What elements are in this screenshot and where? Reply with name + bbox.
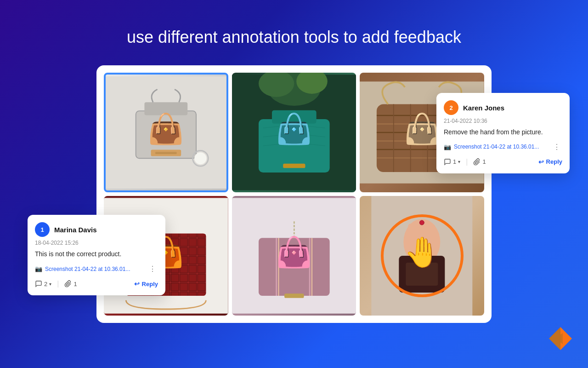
avatar-2: 2 (444, 100, 458, 115)
comment-text-2: Remove the hand from the picture. (444, 128, 562, 137)
comment-card-2: 2 Karen Jones 21-04-2022 10:36 Remove th… (436, 93, 570, 173)
svg-rect-13 (283, 164, 305, 168)
svg-rect-41 (372, 196, 473, 316)
attachments-stat-2[interactable]: 1 (473, 158, 486, 166)
svg-point-6 (194, 152, 206, 164)
canvas-area: 1 Marina Davis 18-04-2022 15:26 This is … (96, 65, 492, 323)
attachment-name-2: Screenshot 21-04-22 at 10.36.01... (454, 144, 548, 150)
replies-stat-2[interactable]: 1 ▾ (444, 158, 460, 166)
date-1: 18-04-2022 15:26 (35, 240, 158, 246)
more-options-btn-2[interactable]: ⋮ (551, 142, 562, 152)
reply-button-2[interactable]: ↩ Reply (538, 158, 562, 166)
more-options-btn-1[interactable]: ⋮ (147, 264, 158, 274)
comment-text-1: This is not the correct product. (35, 250, 158, 259)
page-headline: use different annotation tools to add fe… (127, 28, 461, 47)
logo (547, 325, 574, 354)
svg-rect-45 (423, 222, 429, 240)
svg-rect-40 (284, 293, 304, 298)
date-2: 21-04-2022 10:36 (444, 118, 562, 124)
attachment-name-1: Screenshot 21-04-22 at 10.36.01... (45, 266, 144, 272)
svg-rect-49 (406, 263, 438, 286)
svg-rect-46 (430, 224, 435, 239)
image-teal-bag (232, 73, 356, 192)
camera-icon-2: 📷 (444, 144, 451, 150)
svg-rect-12 (272, 110, 317, 124)
author-2: Karen Jones (463, 104, 504, 112)
attachment-row-2[interactable]: 📷 Screenshot 21-04-22 at 10.36.01... ⋮ (444, 142, 562, 152)
camera-icon-1: 📷 (35, 265, 42, 272)
attachment-row-1[interactable]: 📷 Screenshot 21-04-22 at 10.36.01... ⋮ (35, 264, 158, 274)
svg-rect-35 (259, 238, 330, 296)
svg-point-47 (420, 220, 424, 225)
svg-rect-4 (155, 152, 177, 154)
image-gray-bag (104, 73, 228, 192)
reply-icon-2: ↩ (538, 158, 544, 166)
svg-rect-0 (106, 76, 226, 189)
svg-point-50 (418, 258, 426, 265)
svg-rect-2 (144, 102, 187, 115)
attachments-stat-1[interactable]: 1 (64, 280, 77, 288)
replies-stat-1[interactable]: 2 ▾ (35, 280, 51, 288)
author-1: Marina Davis (54, 226, 97, 234)
comment-card-1: 1 Marina Davis 18-04-2022 15:26 This is … (28, 215, 165, 295)
image-hand-bag (360, 196, 484, 316)
svg-rect-43 (408, 224, 414, 240)
image-mauve-bag (232, 196, 356, 316)
reply-icon-1: ↩ (134, 280, 140, 288)
reply-button-1[interactable]: ↩ Reply (134, 280, 158, 288)
avatar-1: 1 (35, 222, 50, 237)
